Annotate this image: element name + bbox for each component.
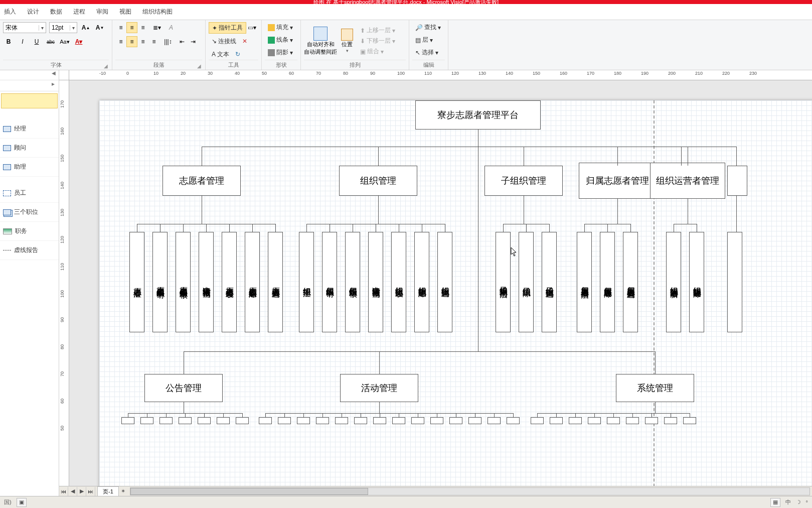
org-stub[interactable] xyxy=(236,417,249,424)
org-l1[interactable]: 组织运营者管理 xyxy=(650,163,725,199)
org-stub[interactable] xyxy=(683,417,696,424)
org-stub[interactable] xyxy=(488,417,501,424)
chevron-down-icon[interactable]: ▾ xyxy=(39,25,46,31)
org-stub[interactable] xyxy=(140,417,153,424)
org-stub[interactable] xyxy=(531,417,544,424)
font-family-input[interactable] xyxy=(4,24,39,31)
org-stub[interactable] xyxy=(259,417,272,424)
org-stub[interactable] xyxy=(607,417,620,424)
org-leaf[interactable]: 归属组织审核 xyxy=(345,232,360,332)
org-stub[interactable] xyxy=(449,417,462,424)
org-stub[interactable] xyxy=(198,417,211,424)
position-button[interactable]: 位置▾ xyxy=(341,29,353,53)
org-leaf[interactable]: 志愿者归属组织申请 xyxy=(152,232,168,332)
shadow-button[interactable]: 阴影 ▾ xyxy=(265,47,296,58)
org-leaf[interactable]: 组织运营者踢除 xyxy=(689,232,704,332)
org-stub[interactable] xyxy=(354,417,367,424)
strike-button[interactable]: abc xyxy=(45,36,56,47)
ime-indicator[interactable]: 中 xyxy=(785,498,791,506)
font-color-button[interactable]: A▾ xyxy=(73,36,84,47)
valign-bot-button[interactable]: ≡ xyxy=(137,22,148,33)
page-tab-1[interactable]: 页-1 xyxy=(97,486,119,496)
chevron-down-icon[interactable]: ▾ xyxy=(70,25,77,31)
shape-employee[interactable]: 员工 xyxy=(0,177,59,203)
bold-button[interactable]: B xyxy=(3,36,14,47)
pointer-tool-button[interactable]: ✦ 指针工具 xyxy=(209,22,246,34)
org-stub[interactable] xyxy=(121,417,134,424)
find-button[interactable]: 🔎 查找 ▾ xyxy=(412,22,444,33)
org-leaf[interactable]: 归属志愿者停用启用 xyxy=(577,232,592,332)
org-stub[interactable] xyxy=(159,417,173,424)
org-leaf[interactable]: 子组织停用与启用 xyxy=(496,232,511,332)
org-leaf[interactable]: 志愿者归属组织审核 xyxy=(176,232,191,332)
shape-position[interactable]: 职务 xyxy=(0,222,59,241)
connector-tool-button[interactable]: ↘ 连接线 xyxy=(209,36,239,47)
org-leaf-partial[interactable] xyxy=(727,232,742,332)
org-stub[interactable] xyxy=(217,417,230,424)
menu-review[interactable]: 审阅 xyxy=(96,8,108,16)
org-stub[interactable] xyxy=(297,417,310,424)
first-page-button[interactable]: ⏮ xyxy=(59,487,68,496)
org-l1[interactable]: 志愿者管理 xyxy=(163,166,241,196)
org-stub[interactable] xyxy=(335,417,348,424)
italic-button[interactable]: I xyxy=(17,36,28,47)
org-leaf[interactable]: 组织注册 xyxy=(299,232,314,332)
org-leaf[interactable]: 志愿者注册 xyxy=(129,232,144,332)
text-direction-button[interactable]: |||↕ xyxy=(163,36,174,47)
font-size-input[interactable] xyxy=(50,24,70,31)
layer-button[interactable]: ▤ 层 ▾ xyxy=(412,35,436,45)
collapse-panel-button[interactable]: ◀ xyxy=(0,70,59,80)
menu-insert[interactable]: 插入 xyxy=(4,8,16,16)
page-surface[interactable]: 寮步志愿者管理平台志愿者管理组织管理子组织管理归属志愿者管理组织运营者管理志愿者… xyxy=(99,100,812,496)
vertical-ruler[interactable]: 1701601501401301201101009080706050 xyxy=(59,80,69,496)
align-justify-button[interactable]: ≡ xyxy=(148,36,159,47)
moon-icon[interactable]: ☽ xyxy=(796,499,801,505)
menu-data[interactable]: 数据 xyxy=(50,8,62,16)
org-leaf[interactable]: 组织运营者新增 xyxy=(666,232,681,332)
clear-format-button[interactable]: A xyxy=(166,22,177,33)
org-stub[interactable] xyxy=(626,417,639,424)
org-l1[interactable]: 系统管理 xyxy=(616,374,694,402)
org-leaf[interactable]: 申请审核结果查询 xyxy=(368,232,383,332)
grow-font-button[interactable]: A▲ xyxy=(80,22,91,33)
org-root[interactable]: 寮步志愿者管理平台 xyxy=(415,100,541,130)
shapes-search-row[interactable] xyxy=(1,93,58,108)
org-l1[interactable]: 活动管理 xyxy=(340,374,418,402)
font-size-combo[interactable]: ▾ xyxy=(49,22,77,33)
select-button[interactable]: ↖ 选择 ▾ xyxy=(412,47,441,58)
autoalign-button[interactable]: 自动对齐和 自动调整间距 xyxy=(304,27,337,56)
org-stub[interactable] xyxy=(468,417,481,424)
org-stub[interactable] xyxy=(179,417,192,424)
shape-manager[interactable]: 经理 xyxy=(0,119,59,139)
shape-assistant[interactable]: 助理 xyxy=(0,158,59,177)
text-tool-button[interactable]: A 文本 xyxy=(209,49,232,60)
dialog-launcher-icon[interactable]: ◢ xyxy=(104,63,108,69)
valign-mid-button[interactable]: ≡ xyxy=(126,22,137,33)
line-button[interactable]: 线条 ▾ xyxy=(265,35,296,45)
org-leaf[interactable]: 志愿者信息修改 xyxy=(222,232,237,332)
org-stub[interactable] xyxy=(278,417,291,424)
org-leaf[interactable]: 申请审核结果查询 xyxy=(199,232,214,332)
align-center-button[interactable]: ≡ xyxy=(126,36,137,47)
bullets-button[interactable]: ≣▾ xyxy=(151,22,163,33)
dialog-launcher-icon[interactable]: ◢ xyxy=(197,63,201,69)
fill-button[interactable]: 填充 ▾ xyxy=(265,22,296,33)
org-leaf[interactable]: 组织信息查询 xyxy=(437,232,452,332)
org-stub[interactable] xyxy=(373,417,386,424)
org-stub[interactable] xyxy=(392,417,405,424)
last-page-button[interactable]: ⏭ xyxy=(86,487,95,496)
next-page-button[interactable]: ▶ xyxy=(77,487,86,496)
drawing-canvas[interactable]: 寮步志愿者管理平台志愿者管理组织管理子组织管理归属志愿者管理组织运营者管理志愿者… xyxy=(69,80,812,496)
shape-consultant[interactable]: 顾问 xyxy=(0,139,59,158)
font-family-combo[interactable]: ▾ xyxy=(3,22,46,33)
org-leaf[interactable]: 归属组织申请 xyxy=(322,232,337,332)
indent-inc-button[interactable]: ⇥ xyxy=(188,36,199,47)
org-l1[interactable]: 组织管理 xyxy=(339,166,417,196)
view-normal-button[interactable]: ▦ xyxy=(770,498,780,507)
menu-design[interactable]: 设计 xyxy=(27,8,39,16)
org-leaf[interactable]: 子组织信息查询 xyxy=(542,232,557,332)
org-stub[interactable] xyxy=(569,417,582,424)
org-l1-partial[interactable] xyxy=(727,166,747,196)
org-stub[interactable] xyxy=(316,417,329,424)
shrink-font-button[interactable]: A▼ xyxy=(94,22,105,33)
